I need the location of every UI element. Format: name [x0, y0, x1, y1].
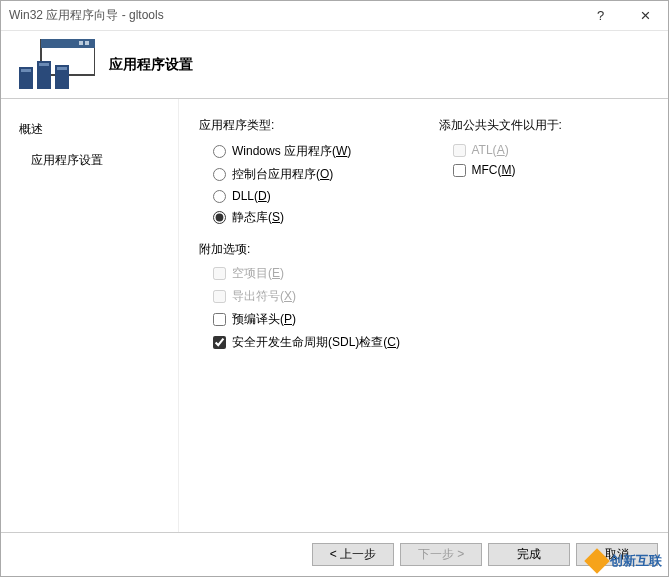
apptype-staticlib[interactable]: 静态库(S)	[199, 206, 409, 229]
sidebar-item-overview[interactable]: 概述	[19, 117, 168, 148]
right-column: 添加公共头文件以用于: ATL(A) MFC(M)	[439, 117, 649, 532]
opt-mfc[interactable]: MFC(M)	[439, 160, 649, 180]
apptype-windows[interactable]: Windows 应用程序(W)	[199, 140, 409, 163]
close-button[interactable]: ×	[623, 1, 668, 30]
opt-sdl[interactable]: 安全开发生命周期(SDL)检查(C)	[199, 331, 409, 354]
svg-rect-2	[79, 41, 83, 45]
back-button[interactable]: < 上一步	[312, 543, 394, 566]
help-button[interactable]: ?	[578, 1, 623, 30]
window-title: Win32 应用程序向导 - gltools	[9, 7, 578, 24]
sidebar: 概述 应用程序设置	[1, 99, 179, 532]
opt-emptyproject-check	[213, 267, 226, 280]
footer: < 上一步 下一步 > 完成 取消 创新互联	[1, 532, 668, 576]
headers-label: 添加公共头文件以用于:	[439, 117, 649, 134]
wizard-window: Win32 应用程序向导 - gltools ? × 应用程序设置 概述 应用程…	[0, 0, 669, 577]
content-area: 应用程序类型: Windows 应用程序(W) 控制台应用程序(O) DLL(D…	[179, 99, 668, 532]
sidebar-item-appsettings[interactable]: 应用程序设置	[19, 148, 168, 179]
apptype-console-radio[interactable]	[213, 168, 226, 181]
left-column: 应用程序类型: Windows 应用程序(W) 控制台应用程序(O) DLL(D…	[199, 117, 409, 532]
opt-precompiled-check[interactable]	[213, 313, 226, 326]
body: 概述 应用程序设置 应用程序类型: Windows 应用程序(W) 控制台应用程…	[1, 99, 668, 532]
svg-rect-3	[85, 41, 89, 45]
titlebar: Win32 应用程序向导 - gltools ? ×	[1, 1, 668, 31]
opt-emptyproject: 空项目(E)	[199, 262, 409, 285]
additional-label: 附加选项:	[199, 241, 409, 258]
svg-rect-8	[39, 63, 49, 66]
apptype-dll-radio[interactable]	[213, 190, 226, 203]
cancel-button[interactable]: 取消	[576, 543, 658, 566]
opt-atl-check	[453, 144, 466, 157]
opt-mfc-check[interactable]	[453, 164, 466, 177]
next-button: 下一步 >	[400, 543, 482, 566]
opt-sdl-check[interactable]	[213, 336, 226, 349]
apptype-console[interactable]: 控制台应用程序(O)	[199, 163, 409, 186]
svg-rect-7	[21, 69, 31, 72]
banner: 应用程序设置	[1, 31, 668, 99]
finish-button[interactable]: 完成	[488, 543, 570, 566]
banner-icon	[17, 39, 95, 91]
opt-exportsymbols: 导出符号(X)	[199, 285, 409, 308]
opt-atl: ATL(A)	[439, 140, 649, 160]
page-title: 应用程序设置	[109, 56, 193, 74]
apptype-dll[interactable]: DLL(D)	[199, 186, 409, 206]
apptype-windows-radio[interactable]	[213, 145, 226, 158]
svg-rect-9	[57, 67, 67, 70]
apptype-staticlib-radio[interactable]	[213, 211, 226, 224]
apptype-label: 应用程序类型:	[199, 117, 409, 134]
opt-exportsymbols-check	[213, 290, 226, 303]
opt-precompiled[interactable]: 预编译头(P)	[199, 308, 409, 331]
